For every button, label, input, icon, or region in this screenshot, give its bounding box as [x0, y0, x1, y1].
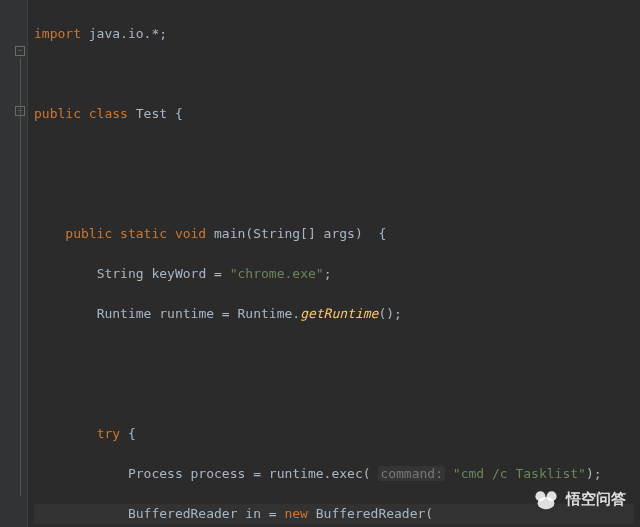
- svg-point-2: [538, 497, 555, 509]
- code-line: [34, 344, 634, 364]
- code-line: Process process = runtime.exec( command:…: [34, 464, 634, 484]
- code-line: [34, 64, 634, 84]
- code-line: Runtime runtime = Runtime.getRuntime();: [34, 304, 634, 324]
- code-editor[interactable]: import java.io.*; public class Test { pu…: [28, 0, 640, 527]
- fold-line: [20, 58, 21, 496]
- code-line: try {: [34, 424, 634, 444]
- code-line: String keyWord = "chrome.exe";: [34, 264, 634, 284]
- fold-toggle-icon[interactable]: −: [15, 46, 25, 56]
- code-line: public static void main(String[] args) {: [34, 224, 634, 244]
- watermark: 悟空问答: [532, 485, 626, 513]
- code-line: public class Test {: [34, 104, 634, 124]
- code-line: [34, 384, 634, 404]
- watermark-text: 悟空问答: [566, 490, 626, 509]
- code-line: [34, 184, 634, 204]
- editor-gutter: − −: [0, 0, 28, 527]
- code-line: [34, 144, 634, 164]
- wukong-logo-icon: [532, 485, 560, 513]
- code-line: import java.io.*;: [34, 24, 634, 44]
